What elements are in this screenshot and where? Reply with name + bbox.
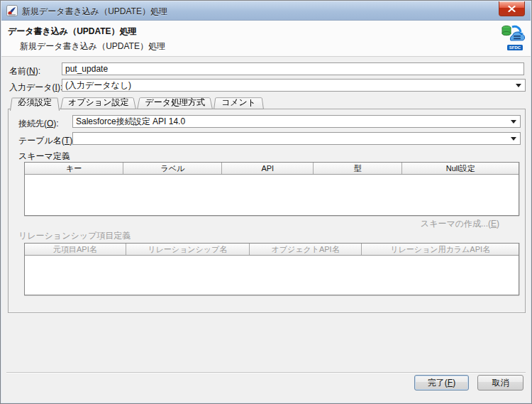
connection-combobox[interactable]: Salesforce接続設定 API 14.0	[72, 115, 521, 128]
finish-button[interactable]: 完了(F)	[414, 375, 469, 391]
connection-value: Salesforce接続設定 API 14.0	[76, 116, 185, 126]
relationship-section-label: リレーションシップ項目定義	[18, 230, 131, 242]
tab-data-processing-method[interactable]: データ処理方式	[137, 97, 213, 109]
chevron-down-icon	[511, 137, 516, 141]
relationship-table-body[interactable]	[25, 256, 519, 295]
app-icon	[6, 5, 18, 16]
svg-text:SFDC: SFDC	[509, 45, 521, 50]
table-name-combobox[interactable]	[72, 132, 521, 145]
title-bar[interactable]: 新規データ書き込み（UPDATE）処理	[1, 1, 531, 21]
footer-separator	[6, 372, 526, 373]
column-header-type: 型	[314, 163, 402, 174]
column-header-source-api: 元項目API名	[25, 244, 126, 255]
relationship-definition-table: 元項目API名 リレーションシップ名 オブジェクトAPI名 リレーション用カラム…	[24, 243, 519, 295]
input-data-label: 入力データ(I):	[9, 82, 62, 94]
relationship-table-header: 元項目API名 リレーションシップ名 オブジェクトAPI名 リレーション用カラム…	[25, 244, 519, 256]
wizard-subtitle: 新規データ書き込み（UPDATE）処理	[20, 40, 165, 53]
input-data-value: (入力データなし)	[65, 80, 131, 90]
required-settings-panel: 接続先(O): Salesforce接続設定 API 14.0 テーブル名(T)…	[8, 109, 526, 313]
connection-label: 接続先(O):	[18, 118, 59, 130]
create-schema-button[interactable]: スキーマの作成...(E)	[421, 218, 499, 230]
wizard-header: データ書き込み（UPDATE）処理 新規データ書き込み（UPDATE）処理 SF…	[1, 21, 531, 57]
window-title: 新規データ書き込み（UPDATE）処理	[22, 6, 167, 18]
close-icon	[508, 6, 516, 12]
name-label: 名前(N):	[9, 65, 40, 77]
database-to-salesforce-cloud-icon: SFDC	[501, 23, 525, 52]
column-header-relationship-name: リレーションシップ名	[126, 244, 250, 255]
close-button[interactable]	[499, 1, 525, 16]
dialog-window: 新規データ書き込み（UPDATE）処理 データ書き込み（UPDATE）処理 新規…	[0, 0, 532, 404]
schema-section-label: スキーマ定義	[18, 151, 70, 163]
wizard-title: データ書き込み（UPDATE）処理	[8, 26, 137, 38]
column-header-label: ラベル	[123, 163, 222, 174]
chevron-down-icon	[511, 120, 516, 124]
schema-definition-table: キー ラベル API 型 Null設定	[24, 162, 519, 216]
column-header-api: API	[222, 163, 314, 174]
schema-table-body[interactable]	[25, 175, 519, 215]
input-data-combobox[interactable]: (入力データなし)	[62, 79, 526, 92]
cancel-button[interactable]: 取消	[477, 375, 523, 391]
column-header-key: キー	[25, 163, 123, 174]
schema-table-header: キー ラベル API 型 Null設定	[25, 163, 519, 175]
column-header-null-setting: Null設定	[402, 163, 519, 174]
column-header-object-api: オブジェクトAPI名	[250, 244, 362, 255]
tab-option-settings[interactable]: オプション設定	[60, 97, 136, 109]
tab-required-settings[interactable]: 必須設定	[10, 97, 60, 109]
column-header-relation-column-api: リレーション用カラムAPI名	[362, 244, 519, 255]
table-name-label: テーブル名(T):	[18, 135, 75, 147]
chevron-down-icon	[516, 84, 521, 87]
tab-comment[interactable]: コメント	[214, 97, 264, 109]
name-input[interactable]	[62, 62, 524, 75]
settings-tab-bar: 必須設定 オプション設定 データ処理方式 コメント	[10, 97, 265, 109]
